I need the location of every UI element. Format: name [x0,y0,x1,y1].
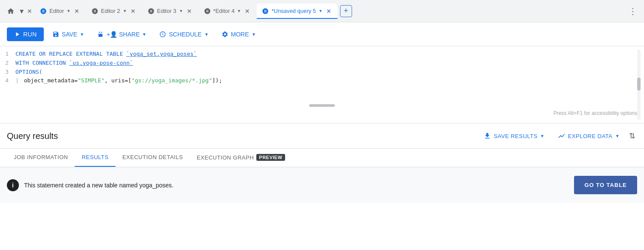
new-tab-button[interactable]: + [340,5,352,17]
editor2-icon [91,8,98,15]
tab-editor2-label: Editor 2 [101,8,120,14]
share-button[interactable]: +👤 SHARE ▾ [92,27,151,41]
share-label: +👤 SHARE [106,31,140,38]
tab-job-info-label: JOB INFORMATION [14,154,68,160]
save-dropdown-arrow: ▾ [81,31,83,37]
tab-execution-details[interactable]: EXECUTION DETAILS [115,149,190,167]
info-icon: i [7,179,19,191]
tab3-arrow: ▾ [179,8,183,14]
results-header: Query results SAVE RESULTS ▾ EXPLORE DAT… [0,123,644,149]
editor3-icon [148,8,155,15]
go-to-table-label: GO TO TABLE [584,182,627,188]
tab-editor4[interactable]: *Editor 4 ▾ ✕ [199,3,256,19]
schedule-dropdown-arrow: ▾ [205,31,208,37]
horizontal-scrollbar[interactable] [0,102,644,108]
collapse-button[interactable]: ⇅ [627,130,637,142]
editor5-icon [262,8,269,15]
tab-results[interactable]: RESULTS [75,149,115,167]
code-editor[interactable]: 1 CREATE OR REPLACE EXTERNAL TABLE `yoga… [0,46,644,123]
line-num-2: 2 [3,59,15,68]
vertical-scrollbar-track[interactable] [637,50,641,120]
explore-data-label: EXPLORE DATA [568,133,613,139]
code-content-3: OPTIONS( [15,68,641,77]
results-message: This statement created a new table named… [24,182,569,189]
accessibility-hint: Press Alt+F1 for accessibility options [0,108,644,119]
tab4-arrow: ▾ [237,8,241,14]
more-label: MORE [231,31,249,38]
more-button[interactable]: MORE ▾ [216,27,260,41]
vertical-scrollbar-thumb [637,78,641,90]
toolbar: RUN SAVE ▾ +👤 SHARE ▾ SCHEDULE ▾ MORE ▾ [0,22,644,46]
tab-home[interactable] [3,3,18,19]
scrollbar-thumb [309,104,335,107]
results-title: Query results [7,131,478,141]
code-content-2: WITH CONNECTION `us.yoga-pose-conn` [15,59,641,68]
tab-editor5-close[interactable]: ✕ [325,7,332,15]
tab-results-label: RESULTS [82,154,109,160]
save-results-label: SAVE RESULTS [494,133,538,139]
tab-editor1[interactable]: Editor ▾ ✕ [35,3,85,19]
results-content: i This statement created a new table nam… [0,167,644,203]
run-label: RUN [23,31,37,38]
tabs-more-button[interactable]: ⋮ [625,4,641,18]
share-dropdown-arrow: ▾ [143,31,146,37]
tab-editor1-label: Editor [49,8,64,14]
schedule-button[interactable]: SCHEDULE ▾ [154,27,213,41]
results-actions: SAVE RESULTS ▾ EXPLORE DATA ▾ ⇅ [478,129,637,143]
code-content-1: CREATE OR REPLACE EXTERNAL TABLE `yoga_s… [15,50,641,59]
tab-editor1-close[interactable]: ✕ [73,7,80,15]
code-content-4: | object_metadata="SIMPLE", uris=["gs://… [15,76,641,85]
explore-data-button[interactable]: EXPLORE DATA ▾ [553,129,624,143]
tab-editor2[interactable]: Editor 2 ▾ ✕ [86,3,142,19]
save-results-button[interactable]: SAVE RESULTS ▾ [478,129,549,143]
code-line-1: 1 CREATE OR REPLACE EXTERNAL TABLE `yoga… [0,50,644,59]
tab1-arrow: ▾ [67,8,71,14]
code-line-2: 2 WITH CONNECTION `us.yoga-pose-conn` [0,59,644,68]
code-line-3: 3 OPTIONS( [0,68,644,77]
line-num-4: 4 [3,76,15,85]
line-num-1: 1 [3,50,15,59]
tab-separator: ▾ [19,6,24,16]
tab-exec-details-label: EXECUTION DETAILS [122,154,183,160]
tab-bar: ▾ ✕ Editor ▾ ✕ Editor 2 ▾ ✕ Editor 3 ▾ ✕… [0,0,644,22]
preview-badge: PREVIEW [256,154,285,161]
tab-editor3-close[interactable]: ✕ [186,7,193,15]
run-button[interactable]: RUN [7,27,44,41]
tab-editor4-close[interactable]: ✕ [244,7,251,15]
save-button[interactable]: SAVE ▾ [47,27,88,41]
tab2-arrow: ▾ [123,8,127,14]
more-dropdown-arrow: ▾ [252,31,255,37]
tab-close-home[interactable]: ✕ [25,7,34,15]
editor1-icon [40,8,47,15]
save-results-arrow: ▾ [541,133,544,139]
results-tabs: JOB INFORMATION RESULTS EXECUTION DETAIL… [0,149,644,167]
tab-editor4-label: *Editor 4 [213,8,235,14]
tab-execution-graph[interactable]: EXECUTION GRAPH PREVIEW [190,149,292,167]
tab5-arrow: ▾ [319,8,323,14]
go-to-table-button[interactable]: GO TO TABLE [574,176,637,194]
code-line-4: 4 | object_metadata="SIMPLE", uris=["gs:… [0,76,644,85]
schedule-label: SCHEDULE [169,31,201,38]
tab-editor5[interactable]: *Unsaved query 5 ▾ ✕ [257,3,337,19]
tab-editor5-label: *Unsaved query 5 [271,8,316,14]
line-num-3: 3 [3,68,15,77]
tab-job-information[interactable]: JOB INFORMATION [7,149,75,167]
save-label: SAVE [62,31,77,38]
tab-editor2-close[interactable]: ✕ [130,7,137,15]
editor4-icon [204,8,211,15]
explore-data-arrow: ▾ [616,133,619,139]
tab-exec-graph-label: EXECUTION GRAPH [197,154,254,161]
tab-editor3[interactable]: Editor 3 ▾ ✕ [143,3,198,19]
tab-editor3-label: Editor 3 [157,8,176,14]
